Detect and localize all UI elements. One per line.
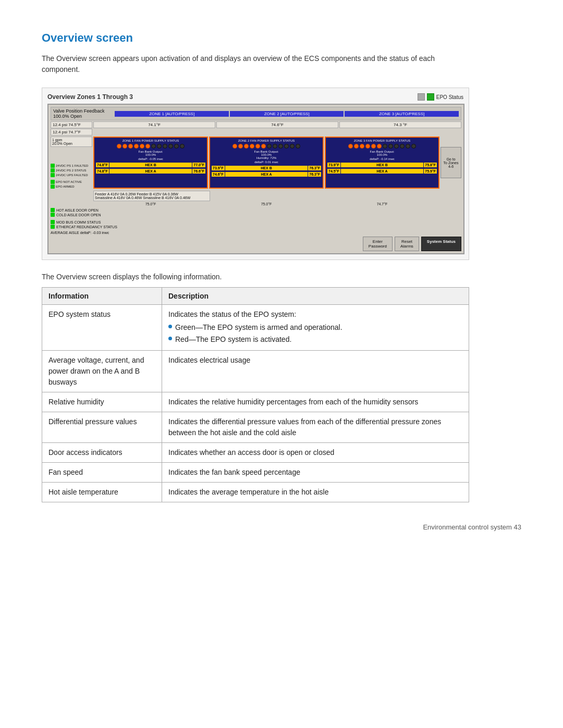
- col-header-description: Description: [162, 288, 469, 305]
- valve-label: Valve Position Feedback100.0% Open: [53, 108, 104, 119]
- reset-alarms-button[interactable]: ResetAlarms: [395, 237, 419, 251]
- screenshot-title: Overview Zones 1 Through 3: [47, 93, 133, 101]
- intro-paragraph: The Overview screen appears upon activat…: [42, 53, 469, 75]
- list-item: Red—The EPO system is activated.: [168, 334, 462, 345]
- footer-text: Environmental control system 43: [423, 523, 521, 531]
- desc-rel-humidity: Indicates the relative humidity percenta…: [162, 392, 469, 412]
- screenshot-header: Overview Zones 1 Through 3 EPO Status: [47, 93, 463, 101]
- table-row: Hot aisle temperature Indicates the aver…: [42, 483, 469, 502]
- epo-box-inactive: [418, 93, 425, 101]
- average-aisle-label: AVERAGE AISLE deltaP: -0.03 inwc: [51, 231, 461, 235]
- info-epo-status: EPO system status: [42, 305, 162, 351]
- col-header-information: Information: [42, 288, 162, 305]
- info-hot-aisle-temp: Hot aisle temperature: [42, 483, 162, 502]
- table-row: Fan speed Indicates the fan bank speed p…: [42, 463, 469, 483]
- mockup-top-bar: Valve Position Feedback100.0% Open ZONE …: [51, 107, 461, 120]
- desc-epo-status: Indicates the status of the EPO system: …: [162, 305, 469, 351]
- desc-diff-pressure: Indicates the differential pressure valu…: [162, 412, 469, 443]
- desc-hot-aisle-temp: Indicates the average temperature in the…: [162, 483, 469, 502]
- table-row: Average voltage, current, and power draw…: [42, 351, 469, 392]
- info-avg-voltage: Average voltage, current, and power draw…: [42, 351, 162, 392]
- table-row: Differential pressure values Indicates t…: [42, 412, 469, 443]
- system-status-button[interactable]: System Status: [421, 237, 461, 251]
- table-row: Relative humidity Indicates the relative…: [42, 392, 469, 412]
- enter-password-button[interactable]: EnterPassword: [363, 237, 393, 251]
- information-table: Information Description EPO system statu…: [42, 287, 469, 502]
- screenshot-container: Overview Zones 1 Through 3 EPO Status Va…: [42, 88, 469, 260]
- list-item: Green—The EPO system is armed and operat…: [168, 322, 462, 333]
- table-intro: The Overview screen displays the followi…: [42, 273, 521, 281]
- bullet-dot: [168, 337, 172, 340]
- epo-status-label: EPO Status: [436, 94, 463, 100]
- epo-box-active: [427, 93, 434, 101]
- overview-mockup: Valve Position Feedback100.0% Open ZONE …: [47, 104, 464, 254]
- page-footer: Environmental control system 43: [42, 523, 521, 531]
- desc-fan-speed: Indicates the fan bank speed percentage: [162, 463, 469, 483]
- table-row: Door access indicators Indicates whether…: [42, 443, 469, 463]
- info-door-access: Door access indicators: [42, 443, 162, 463]
- desc-door-access: Indicates whether an access door is open…: [162, 443, 469, 463]
- table-header-row: Information Description: [42, 288, 469, 305]
- info-rel-humidity: Relative humidity: [42, 392, 162, 412]
- table-row: EPO system status Indicates the status o…: [42, 305, 469, 351]
- desc-avg-voltage: Indicates electrical usage: [162, 351, 469, 392]
- bullet-dot: [168, 325, 172, 328]
- info-fan-speed: Fan speed: [42, 463, 162, 483]
- epo-status-area: EPO Status: [418, 93, 463, 101]
- page-title: Overview screen: [42, 31, 521, 45]
- info-diff-pressure: Differential pressure values: [42, 412, 162, 443]
